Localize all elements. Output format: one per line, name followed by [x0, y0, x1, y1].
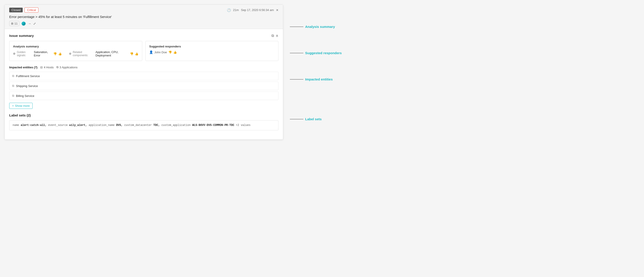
annotations-column: Analysis summary Suggested responders Im… — [283, 5, 342, 121]
main-panel: Closed Critical 🕐 21m Sep 17, 2020 6:56:… — [4, 5, 283, 140]
entity-name-2: Billing Service — [16, 94, 34, 98]
header-icons: ⊞ 11 → ⤢ — [9, 21, 278, 26]
label-key-customapp: custom_application — [162, 124, 191, 127]
annotation-analysis: Analysis summary — [290, 25, 342, 29]
entity-icon-0: ⧉ — [12, 74, 14, 78]
critical-badge: Critical — [24, 8, 38, 13]
table-icon: ⊞ — [11, 22, 14, 25]
expand-icon: ⤢ — [33, 22, 36, 26]
collapse-btn[interactable]: ∧ — [276, 34, 278, 38]
thumb-down-1[interactable]: 👎 — [53, 52, 57, 56]
annotation-labelsets: Label sets — [290, 117, 342, 121]
responder-row: 👤 John Doe 👎 👍 — [149, 50, 274, 54]
entity-list: ⧉ Fulfillment Service ⧉ Shipping Service… — [9, 72, 278, 100]
show-more-button[interactable]: + Show more — [9, 103, 32, 109]
annotation-label-labelsets: Label sets — [303, 117, 322, 121]
issue-summary-section: Issue summary ⧉ ∧ Analysis summary ⚙ Gol… — [9, 34, 278, 130]
header-top: Closed Critical 🕐 21m Sep 17, 2020 6:56:… — [9, 8, 278, 13]
thumb-up-2[interactable]: 👍 — [135, 52, 138, 56]
entity-name-1: Shipping Service — [16, 84, 38, 88]
plus-icon: + — [12, 104, 14, 108]
entity-item-0: ⧉ Fulfillment Service — [9, 72, 278, 80]
copy-icon-btn[interactable]: ⧉ — [272, 34, 274, 38]
label-sets-body: name alert-catch-all, event_source wily_… — [9, 120, 278, 130]
hosts-icon: ⊟ — [40, 66, 43, 69]
thumb-down-2[interactable]: 👎 — [130, 52, 134, 56]
annotation-label-suggested: Suggested responders — [303, 51, 342, 55]
impacted-title: Impacted entities (7) — [9, 66, 38, 69]
panel-body: Issue summary ⧉ ∧ Analysis summary ⚙ Gol… — [5, 29, 283, 139]
impacted-entities-section: Impacted entities (7) ⊟ 4 Hosts ⧉ 3 Appl… — [9, 65, 278, 109]
issue-summary-title: Issue summary — [9, 34, 34, 38]
related-components-value: Application, CPU, Deployment — [96, 50, 128, 57]
suggested-responders-title: Suggested responders — [149, 45, 274, 48]
panel-header: Closed Critical 🕐 21m Sep 17, 2020 6:56:… — [5, 5, 283, 29]
annotation-line-4 — [290, 119, 303, 119]
components-icon: ⚙ — [69, 52, 72, 55]
entity-item-2: ⧉ Billing Service — [9, 92, 278, 100]
signal-icon: ⚙ — [13, 52, 16, 55]
label-key-source: event_source — [48, 124, 68, 127]
annotation-label-impacted: Impacted entities — [303, 77, 333, 81]
entity-name-0: Fulfillment Service — [16, 74, 40, 78]
issue-title: Error percentage > 45% for at least 5 mi… — [9, 15, 278, 19]
label-key-name: name — [12, 124, 19, 127]
close-button[interactable]: × — [276, 8, 278, 12]
label-key-app: application_name — [88, 124, 114, 127]
annotation-impacted: Impacted entities — [290, 77, 342, 81]
hosts-count: 4 Hosts — [44, 66, 54, 69]
apps-sub: ⧉ 3 Applications — [56, 65, 78, 69]
label-val-app: DVS, — [116, 124, 124, 127]
impacted-header: Impacted entities (7) ⊟ 4 Hosts ⧉ 3 Appl… — [9, 65, 278, 69]
golden-signals-value: Saturation, Error — [34, 50, 52, 57]
hosts-sub: ⊟ 4 Hosts — [40, 66, 54, 69]
closed-badge: Closed — [9, 8, 23, 12]
show-more-label: Show more — [15, 104, 30, 108]
annotation-suggested: Suggested responders — [290, 51, 342, 55]
apps-icon: ⧉ — [56, 65, 58, 69]
thumb-down-3[interactable]: 👎 — [168, 51, 172, 54]
time-elapsed: 21m — [233, 8, 239, 12]
arrow-icon: → — [28, 22, 31, 26]
suggested-responders-card: Suggested responders 👤 John Doe 👎 👍 — [146, 41, 278, 61]
status-circle — [22, 22, 26, 26]
analysis-summary-card: Analysis summary ⚙ Golden signals: Satur… — [9, 41, 142, 61]
apps-count: 3 Applications — [60, 66, 78, 69]
label-sets-header: Label sets (2) — [9, 113, 278, 117]
header-right: 🕐 21m Sep 17, 2020 6:56:34 am × — [227, 8, 278, 12]
thumb-up-3[interactable]: 👍 — [173, 51, 177, 54]
section-actions: ⧉ ∧ — [272, 34, 278, 38]
responder-name: John Doe — [154, 51, 167, 54]
section-header: Issue summary ⧉ ∧ — [9, 34, 278, 38]
thumb-up-1[interactable]: 👍 — [58, 52, 62, 56]
golden-signals-row: ⚙ Golden signals: Saturation, Error 👎 👍 … — [13, 50, 138, 57]
entity-item-1: ⧉ Shipping Service — [9, 82, 278, 90]
label-val-dc: TDC, — [154, 124, 162, 127]
count-value: 11 — [14, 22, 18, 25]
two-col-grid: Analysis summary ⚙ Golden signals: Satur… — [9, 41, 278, 61]
label-extra: +2 values — [236, 124, 250, 127]
user-icon: 👤 — [149, 50, 153, 54]
outer-wrapper: Closed Critical 🕐 21m Sep 17, 2020 6:56:… — [4, 5, 640, 140]
golden-signals-label: Golden signals: — [17, 51, 32, 57]
entity-icon-2: ⧉ — [12, 94, 14, 98]
entity-icon-1: ⧉ — [12, 84, 14, 88]
related-components-label: Related components: — [73, 51, 94, 57]
annotation-line-1 — [290, 27, 303, 27]
annotation-line-2 — [290, 53, 303, 53]
label-val-source: wily_alert, — [69, 124, 88, 127]
label-key-dc: custom_datacenter — [124, 124, 152, 127]
label-val-customapp: WLS-B6VV-DVS-COMMON-PR-TDC — [192, 124, 236, 127]
datetime-label: Sep 17, 2020 6:56:34 am — [241, 8, 274, 12]
label-sets-section: Label sets (2) name alert-catch-all, eve… — [9, 113, 278, 130]
annotation-label-analysis: Analysis summary — [303, 25, 335, 29]
label-sets-title: Label sets (2) — [9, 113, 31, 117]
count-box: ⊞ 11 — [9, 21, 19, 26]
label-val-name: alert-catch-all, — [21, 124, 48, 127]
clock-icon: 🕐 — [227, 8, 231, 12]
analysis-card-title: Analysis summary — [13, 45, 138, 48]
header-badges: Closed Critical — [9, 8, 38, 13]
annotation-line-3 — [290, 79, 303, 80]
